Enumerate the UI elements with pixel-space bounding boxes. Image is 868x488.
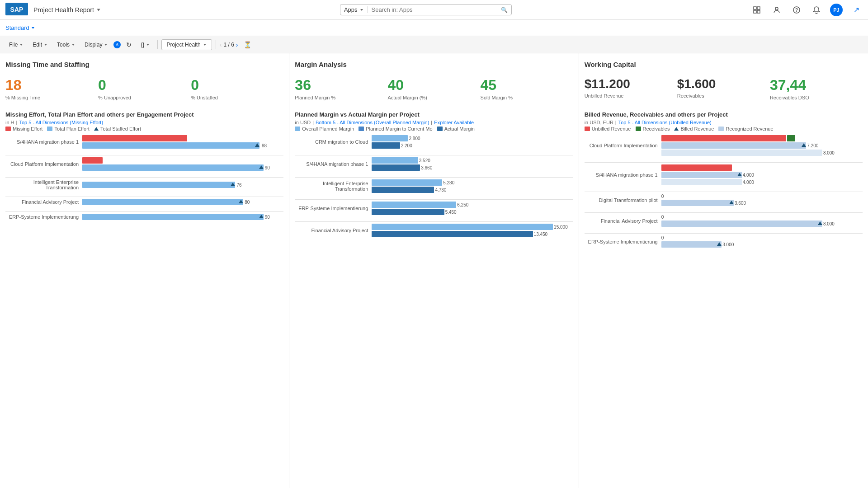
legend-total-staffed: Total Staffed Effort [94,126,141,131]
kpi-receivables-label: Receivables [677,93,770,99]
bar-total-1 [82,164,264,171]
kpi-row-working: $11.200 Unbilled Revenue $1.600 Receivab… [585,77,863,100]
search-icon[interactable]: 🔍 [501,7,508,13]
prev-page[interactable]: ‹ [220,41,222,48]
bar-total-2 [82,182,235,188]
legend-margin: Overall Planned Margin Planned Margin to… [295,126,573,131]
chart-subtitle-margin: in USD | Bottom 5 - All Dimensions (Over… [295,120,573,125]
separator2 [216,40,216,49]
margin-row-4: Financial Advisory Project 15.000 13.450 [295,224,573,237]
divider [5,211,283,212]
wc-row-0: Cloud Platform Implementation 7.200 8.00… [585,135,863,156]
kpi-actual-margin: 40 Actual Margin (%) [387,77,480,100]
filter-dropdown[interactable]: Project Health [161,39,212,50]
bar-total-0 [82,142,259,149]
sub-bar: Standard [0,20,868,36]
main-content: Missing Time and Staffing 18 % Missing T… [0,53,868,488]
legend-billed-rev: Billed Revenue [674,126,714,131]
bar-chart-missing: S/4HANA migration phase 1 88 Cloud Platf… [5,135,283,220]
legend-recognized-rev: Recognized Revenue [718,126,773,131]
chart-filter-link-working[interactable]: Top 5 - All Dimensions (Unbilled Revenue… [618,120,712,125]
help-icon[interactable]: ? [790,4,803,16]
edit-menu[interactable]: Edit [29,40,52,50]
section-title-margin: Margin Analysis [295,61,573,68]
wc-row-2: Digital Transformation pilot 0 3.600 [585,194,863,206]
divider [5,197,283,197]
chart-title-margin: Planned Margin vs Actual Margin per Proj… [295,111,573,118]
section-missing-time: Missing Time and Staffing 18 % Missing T… [0,53,289,488]
apps-dropdown[interactable]: Apps [344,6,368,13]
explorer-link[interactable]: Explorer Available [434,120,474,125]
kpi-planned-margin: 36 Planned Margin % [295,77,387,100]
tools-menu[interactable]: Tools [53,40,79,50]
legend-overall-planned: Overall Planned Margin [295,126,354,131]
next-page[interactable]: › [236,41,238,48]
code-button[interactable]: {} [137,40,154,50]
bar-row-0: S/4HANA migration phase 1 88 [5,135,283,149]
display-menu[interactable]: Display [81,40,112,50]
legend-color-total [47,127,52,131]
section-working-capital: Working Capital $11.200 Unbilled Revenue… [579,53,868,488]
legend-working: Unbilled Revenue Receivables Billed Reve… [585,126,863,131]
chart-filter-link-margin[interactable]: Bottom 5 - All Dimensions (Overall Plann… [316,120,429,125]
pagination: ‹ 1 / 6 › [220,41,238,48]
kpi-planned-margin-value: 36 [295,77,387,93]
legend-missing: Missing Effort Total Plan Effort Total S… [5,126,283,131]
timer-button[interactable]: ⏳ [240,39,255,50]
divider [5,177,283,178]
kpi-actual-margin-label: Actual Margin (%) [387,95,480,100]
top-bar-icons: ? PJ ↗ [750,4,863,16]
legend-missing-effort: Missing Effort [5,126,42,131]
kpi-row-margin: 36 Planned Margin % 40 Actual Margin (%)… [295,77,573,100]
legend-color-missing [5,127,11,131]
svg-rect-4 [754,10,756,13]
kpi-unapproved-value: 0 [98,77,191,93]
user-avatar[interactable]: PJ [830,4,843,16]
bar-chart-working: Cloud Platform Implementation 7.200 8.00… [585,135,863,248]
kpi-unbilled-value: $11.200 [585,77,677,91]
wc-row-1: S/4HANA migration phase 1 4.000 4.000 [585,164,863,185]
bar-missing-1 [82,157,103,164]
kpi-missing-time: 18 % Missing Time [5,77,98,100]
section-title-working: Working Capital [585,61,863,68]
svg-rect-5 [757,10,760,13]
margin-row-0: CRM migration to Cloud 2.800 2.200 [295,135,573,149]
file-menu[interactable]: File [5,40,27,50]
refresh-button[interactable]: ↻ [123,39,135,50]
search-input-area[interactable] [368,6,501,13]
kpi-missing-time-value: 18 [5,77,98,93]
kpi-unstaffed-value: 0 [191,77,283,93]
app-title[interactable]: Project Health Report [33,6,101,14]
expand-icon[interactable]: ↗ [850,4,863,16]
legend-planned-current: Planned Margin to Current Mo [359,126,432,131]
toolbar: File Edit Tools Display 6 ↻ {} Project H… [0,36,868,53]
search-input[interactable] [372,6,501,13]
triangle-0 [255,143,259,147]
sap-logo[interactable]: SAP [5,3,28,17]
standard-button[interactable]: Standard [5,24,35,31]
kpi-sold-margin-value: 45 [481,77,573,93]
top-bar: SAP Project Health Report Apps 🔍 [0,0,868,20]
kpi-dso-label: Receivables DSO [770,95,863,100]
bar-row-2: Intelligent Enterprise Transformation 76 [5,179,283,190]
bar-total-3 [82,199,243,205]
grid-icon[interactable] [750,4,763,16]
chart-filter-link-missing[interactable]: Top 5 - All Dimensions (Missing Effort) [19,120,103,125]
bar-row-3: Financial Advisory Project 80 [5,199,283,205]
svg-rect-2 [754,7,756,9]
kpi-unbilled-label: Unbilled Revenue [585,93,677,99]
bell-icon[interactable] [810,4,823,16]
legend-triangle-staffed [94,127,99,131]
person-icon[interactable] [770,4,783,16]
kpi-missing-time-label: % Missing Time [5,95,98,100]
bar-missing-0 [82,135,187,141]
section-title-missing: Missing Time and Staffing [5,61,283,68]
kpi-receivables: $1.600 Receivables [677,77,770,100]
search-bar: Apps 🔍 [340,4,512,15]
kpi-dso-value: 37,44 [770,77,863,93]
kpi-unstaffed-label: % Unstaffed [191,95,283,100]
chart-subtitle-working: in USD, EUR | Top 5 - All Dimensions (Un… [585,120,863,125]
margin-row-1: S/4HANA migration phase 1 3.520 3.660 [295,157,573,171]
svg-point-6 [775,7,778,10]
separator [157,40,158,49]
